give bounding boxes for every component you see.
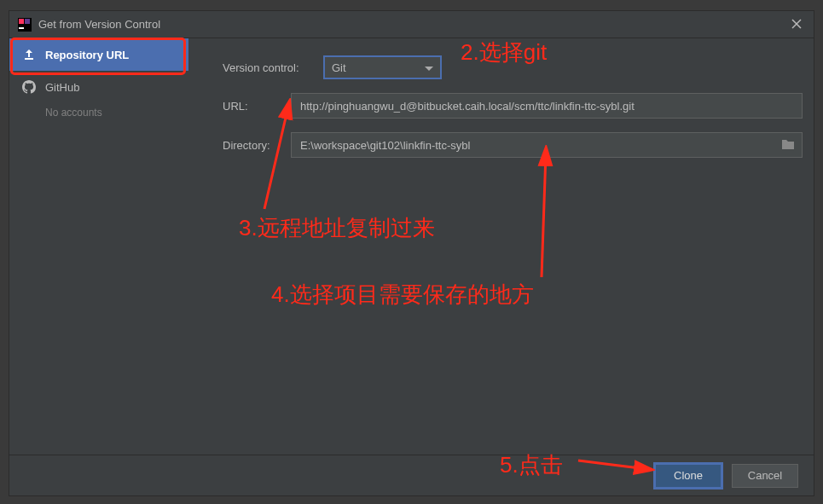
folder-icon[interactable] [781, 138, 795, 153]
svg-rect-3 [19, 27, 24, 29]
svg-rect-1 [19, 19, 24, 24]
dialog-title: Get from Version Control [38, 18, 788, 31]
main-panel: Version control: Git URL: http://pinghua… [188, 38, 814, 455]
label-url: URL: [223, 100, 291, 113]
upload-icon [21, 47, 37, 62]
directory-value: E:\workspace\git102\linkfin-ttc-sybl [300, 139, 470, 152]
sidebar-item-github-sub: No accounts [9, 103, 188, 122]
label-version-control: Version control: [223, 61, 323, 74]
clone-button[interactable]: Clone [655, 464, 722, 488]
select-value: Git [332, 61, 346, 74]
sidebar-item-repository-url[interactable]: Repository URL [9, 38, 188, 71]
sidebar-item-label: GitHub [45, 81, 79, 94]
chevron-down-icon [425, 61, 433, 74]
vcs-dialog: Get from Version Control Repository URL … [9, 10, 814, 496]
button-label: Cancel [748, 469, 782, 482]
close-icon[interactable] [788, 16, 805, 33]
row-version-control: Version control: Git [223, 55, 805, 79]
label-directory: Directory: [223, 139, 291, 152]
directory-input[interactable]: E:\workspace\git102\linkfin-ttc-sybl [291, 132, 803, 158]
intellij-icon [18, 18, 32, 32]
sidebar: Repository URL GitHub No accounts [9, 38, 188, 455]
button-bar: Clone Cancel [9, 455, 814, 495]
row-directory: Directory: E:\workspace\git102\linkfin-t… [223, 132, 805, 158]
dialog-content: Repository URL GitHub No accounts Versio… [9, 38, 814, 455]
sidebar-item-github[interactable]: GitHub [9, 71, 188, 103]
url-input[interactable]: http://pinghuangwu_d@bitbucket.caih.loca… [291, 93, 803, 119]
version-control-select[interactable]: Git [323, 55, 442, 79]
button-label: Clone [674, 469, 703, 482]
row-url: URL: http://pinghuangwu_d@bitbucket.caih… [223, 93, 805, 119]
url-value: http://pinghuangwu_d@bitbucket.caih.loca… [300, 100, 635, 113]
github-icon [21, 79, 37, 95]
cancel-button[interactable]: Cancel [732, 464, 798, 488]
titlebar: Get from Version Control [9, 11, 814, 38]
sidebar-item-label: Repository URL [45, 49, 129, 61]
svg-rect-2 [25, 19, 30, 24]
